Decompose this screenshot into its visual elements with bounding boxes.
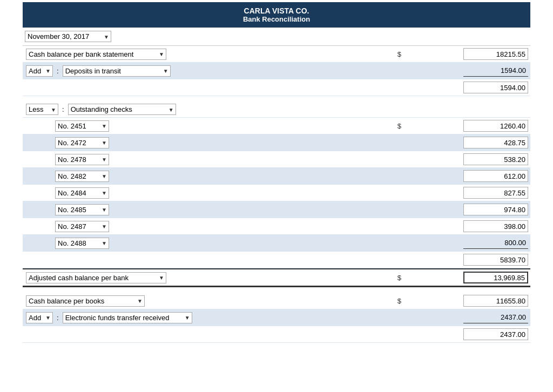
add-select-wrapper-1[interactable]: Add xyxy=(26,65,53,77)
cash-balance-books-input[interactable] xyxy=(463,295,528,307)
check-dollar-cell-2 xyxy=(302,157,403,161)
check-row-4: No. 2484 xyxy=(23,185,530,201)
colon-3: : xyxy=(57,314,59,322)
check-select-7[interactable]: No. 2488 xyxy=(55,238,109,249)
deposits-transit-row: Add : Deposits in transit xyxy=(23,63,530,79)
eft-subtotal-label xyxy=(23,332,302,336)
eft-row: Add : Electronic funds transfer received xyxy=(23,309,530,326)
deposits-amount-cell-2 xyxy=(403,63,530,79)
check-row-3: No. 2482 xyxy=(23,168,530,185)
check-amount-cell-7 xyxy=(403,235,530,251)
dollar-sign-3: $ xyxy=(397,297,401,305)
check-amount-input-5[interactable] xyxy=(463,204,528,215)
header: CARLA VISTA CO. Bank Reconciliation xyxy=(23,2,530,28)
cash-balance-bank-label-cell: Cash balance per bank statement xyxy=(23,46,302,62)
check-select-0[interactable]: No. 2451 xyxy=(55,120,109,132)
date-select[interactable]: November 30, 2017 xyxy=(25,31,111,42)
cash-balance-books-row: Cash balance per books $ xyxy=(23,293,530,309)
date-row: November 30, 2017 xyxy=(23,28,530,46)
eft-amount-input[interactable] xyxy=(463,312,528,323)
dollar-sign-check: $ xyxy=(397,122,401,130)
eft-subtotal-row xyxy=(23,326,530,343)
check-select-wrapper-6[interactable]: No. 2487 xyxy=(55,221,109,232)
adjusted-balance-select-wrapper[interactable]: Adjusted cash balance per bank xyxy=(26,272,166,283)
check-amount-input-4[interactable] xyxy=(463,187,528,199)
check-dollar-cell-4 xyxy=(302,191,403,195)
cash-balance-bank-input[interactable] xyxy=(463,48,528,60)
deposits-select-wrapper[interactable]: Deposits in transit xyxy=(63,65,171,77)
deposits-subtotal-input[interactable] xyxy=(463,82,528,93)
check-select-wrapper-2[interactable]: No. 2478 xyxy=(55,154,109,165)
outstanding-checks-select[interactable]: Outstanding checks xyxy=(68,104,176,115)
check-label-cell-7: No. 2488 xyxy=(23,235,302,251)
adjusted-balance-select[interactable]: Adjusted cash balance per bank xyxy=(26,272,166,283)
check-select-wrapper-1[interactable]: No. 2472 xyxy=(55,137,109,148)
checks-subtotal-label xyxy=(23,258,302,262)
dollar-sign-1: $ xyxy=(397,50,401,58)
eft-subtotal-cell-1 xyxy=(302,332,403,336)
outstanding-checks-select-wrapper[interactable]: Outstanding checks xyxy=(68,104,176,115)
deposits-select[interactable]: Deposits in transit xyxy=(63,65,171,77)
date-select-wrapper[interactable]: November 30, 2017 xyxy=(25,31,111,42)
deposits-amount-input[interactable] xyxy=(463,65,528,77)
eft-subtotal-input[interactable] xyxy=(463,328,528,340)
company-name: CARLA VISTA CO. xyxy=(25,6,528,15)
check-select-wrapper-3[interactable]: No. 2482 xyxy=(55,171,109,182)
eft-select-wrapper[interactable]: Electronic funds transfer received xyxy=(63,312,192,323)
check-select-wrapper-4[interactable]: No. 2484 xyxy=(55,187,109,199)
check-select-1[interactable]: No. 2472 xyxy=(55,137,109,148)
check-select-wrapper-0[interactable]: No. 2451 xyxy=(55,120,109,132)
cash-balance-bank-select-wrapper[interactable]: Cash balance per bank statement xyxy=(26,49,166,60)
eft-cell-1 xyxy=(302,315,403,320)
check-select-4[interactable]: No. 2484 xyxy=(55,187,109,199)
check-select-2[interactable]: No. 2478 xyxy=(55,154,109,165)
deposits-subtotal-row xyxy=(23,79,530,96)
check-select-5[interactable]: No. 2485 xyxy=(55,204,109,215)
add-select-1[interactable]: Add xyxy=(26,65,53,77)
check-label-cell-0: No. 2451 xyxy=(23,118,302,134)
eft-select[interactable]: Electronic funds transfer received xyxy=(63,312,192,323)
report-title: Bank Reconciliation xyxy=(25,15,528,23)
check-dollar-cell-6 xyxy=(302,224,403,228)
adjusted-balance-row: Adjusted cash balance per bank $ xyxy=(23,268,530,287)
deposits-subtotal-label xyxy=(23,85,302,90)
check-dollar-cell-5 xyxy=(302,207,403,212)
deposits-amount-cell-1 xyxy=(302,69,403,73)
cash-balance-books-select[interactable]: Cash balance per books xyxy=(26,295,145,307)
check-amount-input-3[interactable] xyxy=(463,170,528,182)
check-select-wrapper-5[interactable]: No. 2485 xyxy=(55,204,109,215)
check-row-6: No. 2487 xyxy=(23,218,530,235)
cash-balance-bank-select[interactable]: Cash balance per bank statement xyxy=(26,49,166,60)
check-amount-input-2[interactable] xyxy=(463,153,528,165)
check-select-wrapper-7[interactable]: No. 2488 xyxy=(55,238,109,249)
checks-subtotal-input[interactable] xyxy=(463,254,528,266)
cash-balance-books-dollar-cell: $ xyxy=(302,295,403,307)
cash-balance-books-label-cell: Cash balance per books xyxy=(23,293,302,309)
add-select-wrapper-2[interactable]: Add xyxy=(26,312,53,323)
cash-balance-books-select-wrapper[interactable]: Cash balance per books xyxy=(26,295,145,307)
eft-label-cell: Add : Electronic funds transfer received xyxy=(23,310,302,326)
check-select-3[interactable]: No. 2482 xyxy=(55,171,109,182)
checks-subtotal-row xyxy=(23,252,530,268)
check-amount-input-6[interactable] xyxy=(463,220,528,232)
check-amount-cell-1 xyxy=(403,134,530,151)
check-amount-input-0[interactable] xyxy=(463,120,528,132)
adjusted-balance-dollar-cell: $ xyxy=(302,272,403,284)
check-amount-cell-5 xyxy=(403,201,530,218)
check-amount-input-1[interactable] xyxy=(463,137,528,148)
add-select-2[interactable]: Add xyxy=(26,312,53,323)
adjusted-balance-input[interactable] xyxy=(463,272,528,283)
check-row-2: No. 2478 xyxy=(23,151,530,168)
check-label-cell-6: No. 2487 xyxy=(23,219,302,234)
check-amount-input-7[interactable] xyxy=(463,237,528,249)
check-amount-cell-3 xyxy=(403,168,530,184)
check-dollar-cell-1 xyxy=(302,140,403,145)
less-select[interactable]: Less xyxy=(26,104,58,115)
check-label-cell-3: No. 2482 xyxy=(23,168,302,184)
check-select-6[interactable]: No. 2487 xyxy=(55,221,109,232)
adjusted-balance-amount-cell xyxy=(403,269,530,286)
colon-1: : xyxy=(57,67,59,75)
check-dollar-cell-7 xyxy=(302,241,403,245)
less-select-wrapper[interactable]: Less xyxy=(26,104,58,115)
checks-subtotal-cell-2 xyxy=(403,252,530,268)
